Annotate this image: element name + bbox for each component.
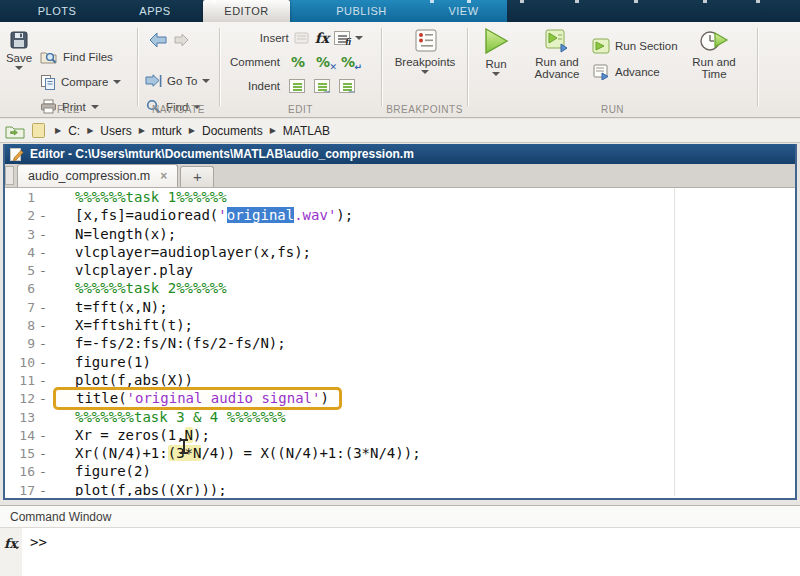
tab-close-icon[interactable]: × [160,169,167,183]
breadcrumb-item[interactable]: C: [68,124,80,138]
breadcrumb-item[interactable]: mturk [152,124,182,138]
line-number[interactable]: 1 [5,189,35,207]
compare-button[interactable]: Compare [40,74,121,90]
breakpoint-dash[interactable]: - [35,262,51,280]
line-number[interactable]: 14 [5,427,35,445]
ribbon-tab-apps[interactable]: APPS [115,0,195,22]
code-line[interactable]: 17-plot(f,abs((Xr))); [5,481,795,496]
code-line[interactable]: 9-f=-fs/2:fs/N:(fs/2-fs/N); [5,334,795,352]
breakpoint-dash[interactable]: - [35,244,51,262]
code-line[interactable]: 15-Xr((N/4)+1:(3*N/4)) = X((N/4)+1:(3*N/… [5,444,795,462]
command-window-header[interactable]: Command Window [0,506,800,528]
run-button[interactable]: Run [476,26,516,76]
breakpoint-dash[interactable]: - [35,226,51,244]
line-number[interactable]: 5 [5,262,35,280]
code-line[interactable]: 10-figure(1) [5,353,795,371]
comment-icon[interactable]: % [291,54,305,70]
smart-indent-icon[interactable] [289,79,305,93]
run-dropdown-caret[interactable] [492,72,500,76]
insert-fx-icon[interactable]: fx [315,30,329,46]
line-number[interactable]: 11 [5,372,35,390]
breakpoint-dash[interactable]: - [35,482,51,496]
code-line[interactable]: 3-N=length(x); [5,225,795,243]
insert-dropdown-caret[interactable] [355,36,363,40]
breakpoint-dash[interactable]: - [35,427,51,445]
line-number[interactable]: 3 [5,226,35,244]
line-number[interactable]: 17 [5,482,35,496]
line-number[interactable]: 6 [5,280,35,298]
line-number[interactable]: 9 [5,335,35,353]
breakpoint-dash[interactable]: - [35,390,51,408]
wrap-comment-icon[interactable]: %↵ [341,54,355,70]
code-line[interactable]: 4-vlcplayer=audioplayer(x,fs); [5,243,795,261]
line-number[interactable]: 7 [5,299,35,317]
breakpoints-dropdown-caret[interactable] [421,70,429,74]
line-number[interactable]: 12 [5,390,35,408]
breadcrumb-item[interactable]: Documents [202,124,263,138]
uncomment-icon[interactable]: %✕ [316,54,330,70]
line-number[interactable]: 16 [5,463,35,481]
command-prompt[interactable]: >> [30,534,47,550]
code-text: vlcplayer=audioplayer(x,fs); [51,244,311,260]
goto-dropdown-caret[interactable] [202,79,210,83]
code-line[interactable]: 8-X=fftshift(t); [5,316,795,334]
breakpoint-dash[interactable]: - [35,299,51,317]
line-number[interactable]: 4 [5,244,35,262]
run-section-button[interactable]: Run Section [592,38,678,54]
advance-button[interactable]: Advance [592,64,660,80]
breakpoint-dash[interactable]: - [35,445,51,463]
document-tab[interactable]: audio_compression.m × [17,164,178,187]
compare-dropdown-caret[interactable] [113,80,121,84]
breakpoint-dash[interactable]: - [35,207,51,225]
indent-right-icon[interactable]: → [314,79,330,93]
browse-folder-icon[interactable] [5,123,25,139]
indent-left-icon[interactable]: ← [339,79,355,93]
insert-function-icon[interactable]: fi [334,31,350,45]
code-line[interactable]: 1%%%%%%task 1%%%%%% [5,188,795,206]
code-editor[interactable]: 1%%%%%%task 1%%%%%%2-[x,fs]=audioread('o… [5,188,795,496]
find-files-button[interactable]: Find Files [40,49,113,64]
save-button[interactable]: Save [4,30,34,70]
back-arrow-icon[interactable] [148,32,168,48]
line-number[interactable]: 15 [5,445,35,463]
code-line[interactable]: 5-vlcplayer.play [5,261,795,279]
breakpoint-dash[interactable]: - [35,317,51,335]
ribbon-tab-editor[interactable]: EDITOR [203,0,290,22]
code-line[interactable]: 12-title('original audio signal') [5,389,795,407]
code-line[interactable]: 6%%%%%%task 2%%%%%% [5,279,795,297]
ribbon-tab-plots[interactable]: PLOTS [17,0,97,22]
code-line[interactable]: 2-[x,fs]=audioread('original.wav'); [5,206,795,224]
code-line[interactable]: 16-figure(2) [5,462,795,480]
command-window-body[interactable]: fx >> [0,528,800,576]
breadcrumb-item[interactable]: Users [100,124,131,138]
run-and-time-button[interactable]: Run and Time [684,28,744,80]
code-line[interactable]: 14-Xr = zeros(1,N); [5,426,795,444]
line-number[interactable]: 10 [5,354,35,372]
new-tab-button[interactable]: + [180,166,214,187]
code-line[interactable]: 13%%%%%%%task 3 & 4 %%%%%%% [5,408,795,426]
breakpoint-dash[interactable]: - [35,354,51,372]
run-and-advance-button[interactable]: Run and Advance [526,28,588,80]
code-line[interactable]: 7-t=fft(x,N); [5,298,795,316]
command-window[interactable]: Command Window fx >> [0,505,800,576]
breakpoints-button[interactable]: Breakpoints [388,28,462,74]
ribbon-tab-publish[interactable]: PUBLISH [318,0,405,22]
folder-icon[interactable] [31,122,46,139]
run-label: Run [485,58,506,70]
breadcrumb-item[interactable]: MATLAB [283,124,330,138]
code-segment: vlcplayer.play [75,262,193,278]
breakpoint-dash[interactable]: - [35,372,51,390]
breakpoint-dash[interactable]: - [35,335,51,353]
ribbon-tab-view[interactable]: VIEW [420,0,507,22]
save-dropdown-caret[interactable] [15,66,23,70]
cropped-toolbar-mark [467,0,471,3]
line-number[interactable]: 13 [5,409,35,427]
code-segment: original [227,207,294,223]
goto-button[interactable]: Go To [144,74,210,88]
line-number[interactable]: 8 [5,317,35,335]
editor-side-strip[interactable] [5,166,14,185]
line-number[interactable]: 2 [5,207,35,225]
breakpoint-dash[interactable]: - [35,463,51,481]
editor-title-bar[interactable]: Editor - C:\Users\mturk\Documents\MATLAB… [5,144,795,164]
fx-function-hint-icon[interactable]: fx [4,534,25,552]
